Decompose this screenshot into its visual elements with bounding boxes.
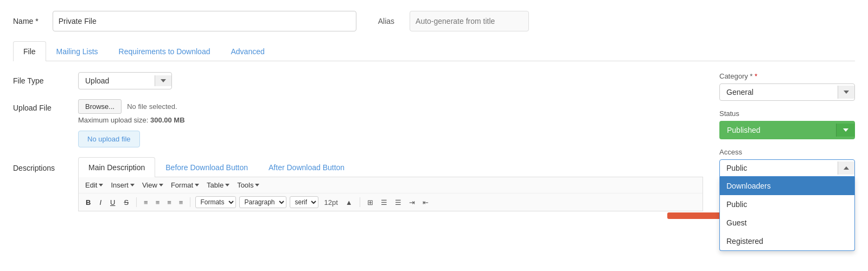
menu-edit[interactable]: Edit — [83, 180, 105, 190]
special-chars-icon[interactable]: ⊞ — [365, 197, 375, 208]
strikethrough-button[interactable]: S — [121, 197, 131, 208]
chevron-down-icon — [159, 184, 163, 186]
divider2 — [190, 197, 190, 207]
status-label: Status — [719, 109, 855, 118]
category-arrow[interactable] — [838, 86, 854, 99]
arrow-shaft — [667, 212, 722, 219]
tab-mailing-lists[interactable]: Mailing Lists — [46, 41, 108, 61]
main-tabs: File Mailing Lists Requirements to Downl… — [13, 41, 855, 61]
chevron-down-icon — [161, 79, 166, 82]
divider — [136, 197, 137, 207]
max-upload-value: 300.00 MB — [150, 116, 185, 124]
outdent-icon[interactable]: ⇤ — [420, 197, 431, 208]
menu-tools[interactable]: Tools — [235, 180, 261, 190]
access-dropdown: Public Downloaders Public Guest Register… — [719, 159, 855, 177]
chevron-down-icon — [130, 184, 135, 186]
font-select[interactable]: serif — [290, 196, 318, 208]
chevron-up-icon — [844, 166, 849, 170]
file-type-arrow[interactable] — [155, 75, 171, 86]
category-value: General — [720, 84, 838, 100]
list-ordered-icon[interactable]: ☰ — [393, 197, 404, 208]
descriptions-label: Descriptions — [13, 157, 78, 172]
access-arrow[interactable] — [838, 162, 854, 175]
access-value: Public — [720, 160, 838, 176]
align-center-icon[interactable]: ≡ — [154, 197, 162, 208]
chevron-down-icon — [195, 184, 199, 186]
tab-requirements-to-download[interactable]: Requirements to Download — [108, 41, 221, 61]
upload-file-label: Upload File — [13, 99, 78, 112]
indent-icon[interactable]: ⇥ — [407, 197, 417, 208]
no-upload-button[interactable]: No upload file — [78, 131, 140, 147]
menu-format[interactable]: Format — [169, 180, 201, 190]
list-icon[interactable]: ☰ — [379, 197, 390, 208]
dropdown-option-registered[interactable]: Registered — [720, 232, 854, 250]
align-right-icon[interactable]: ≡ — [165, 197, 174, 208]
bold-button[interactable]: B — [83, 197, 93, 208]
file-type-label: File Type — [13, 72, 78, 85]
italic-button[interactable]: I — [97, 197, 104, 208]
chevron-down-icon — [255, 184, 259, 186]
chevron-down-icon — [225, 184, 229, 186]
category-select[interactable]: General — [719, 83, 855, 101]
chevron-down-icon — [844, 91, 849, 94]
dropdown-option-downloaders[interactable]: Downloaders — [720, 177, 854, 195]
divider3 — [360, 197, 360, 207]
dropdown-option-guest[interactable]: Guest — [720, 214, 854, 232]
underline-button[interactable]: U — [107, 197, 118, 208]
chevron-down-icon — [99, 184, 103, 186]
status-published-button[interactable]: Published — [719, 121, 855, 139]
font-size-up-icon[interactable]: ▲ — [343, 197, 355, 208]
sub-tab-main-description[interactable]: Main Description — [78, 157, 155, 177]
name-input[interactable] — [53, 11, 356, 31]
editor-toolbar: Edit Insert View Format Table Tools B I … — [78, 177, 703, 211]
menu-table[interactable]: Table — [205, 180, 232, 190]
paragraph-select[interactable]: Paragraph — [239, 196, 286, 208]
access-select[interactable]: Public — [719, 159, 855, 177]
max-upload-info: Maximum upload size: 300.00 MB — [78, 116, 703, 124]
menu-insert[interactable]: Insert — [108, 180, 137, 190]
status-arrow[interactable] — [836, 124, 855, 137]
file-type-value: Upload — [79, 73, 155, 89]
format-toolbar-row: B I U S ≡ ≡ ≡ ≡ Formats — [79, 193, 703, 211]
menu-view[interactable]: View — [140, 180, 165, 190]
tab-advanced[interactable]: Advanced — [220, 41, 275, 61]
browse-button[interactable]: Browse... — [78, 99, 122, 114]
access-label: Access — [719, 148, 855, 156]
formats-select[interactable]: Formats — [195, 196, 236, 208]
alias-label: Alias — [378, 17, 394, 25]
menu-toolbar-row: Edit Insert View Format Table Tools — [79, 177, 703, 193]
dropdown-option-public[interactable]: Public — [720, 195, 854, 214]
align-left-icon[interactable]: ≡ — [142, 197, 150, 208]
no-file-text: No file selected. — [127, 102, 177, 111]
chevron-down-icon — [843, 128, 848, 132]
font-size-value: 12pt — [322, 197, 340, 208]
right-panel: Category * General Status Published Acce… — [714, 72, 855, 211]
tab-file[interactable]: File — [13, 41, 46, 61]
sub-tab-after-download[interactable]: After Download Button — [258, 157, 355, 177]
category-label: Category * — [719, 72, 855, 80]
access-dropdown-list: Downloaders Public Guest Registered — [719, 177, 855, 251]
file-type-select[interactable]: Upload — [78, 72, 172, 89]
status-published-text: Published — [719, 121, 836, 139]
name-label: Name * — [13, 17, 39, 25]
arrow-indicator — [667, 212, 722, 219]
description-sub-tabs: Main Description Before Download Button … — [78, 157, 703, 177]
alias-input[interactable] — [410, 11, 529, 31]
align-justify-icon[interactable]: ≡ — [177, 197, 186, 208]
sub-tab-before-download[interactable]: Before Download Button — [155, 157, 258, 177]
